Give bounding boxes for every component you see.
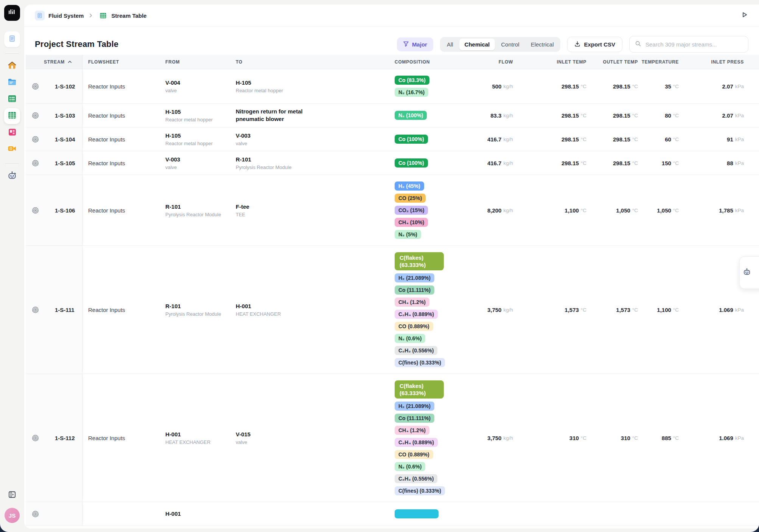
column-header-to[interactable]: TO <box>236 55 395 69</box>
to-node: V-015valve <box>236 374 395 502</box>
user-avatar[interactable]: JS <box>5 508 20 523</box>
to-node: F-teeTEE <box>236 175 395 245</box>
stream-id: 1-S-111 <box>55 307 75 313</box>
sidebar-item-recordings[interactable] <box>4 141 20 157</box>
flow-cell: 416.7kg/h <box>480 151 513 175</box>
table-row-1-s-104[interactable]: 1-S-104Reactor InputsH-105Reactor metal … <box>26 127 759 151</box>
table-row-1-s-103[interactable]: 1-S-103Reactor InputsH-105Reactor metal … <box>26 104 759 127</box>
run-button[interactable] <box>741 11 748 20</box>
flow-cell: 3,750kg/h <box>480 374 513 502</box>
locate-stream-target-icon[interactable] <box>32 83 39 90</box>
locate-stream-target-icon[interactable] <box>32 112 39 119</box>
flowsheet-cell: Reactor Inputs <box>82 246 165 374</box>
stream-table: STREAMFLOWSHEETFROMTOCOMPOSITIONFLOWINLE… <box>26 55 759 529</box>
sidebar-item-document[interactable] <box>4 31 20 47</box>
sidebar-item-assistant[interactable] <box>4 168 20 184</box>
from-node: R-101Pyrolysis Reactor Module <box>165 246 236 374</box>
from-node-name: V-004 <box>165 79 180 87</box>
locate-stream-target-icon[interactable] <box>32 306 39 313</box>
from-node-name: H-001 <box>165 431 210 438</box>
from-node-name: H-105 <box>165 132 213 140</box>
flowsheet-cell: Reactor Inputs <box>82 151 165 175</box>
inlet-temp-cell: 310°C <box>513 374 586 502</box>
tab-electrical[interactable]: Electrical <box>526 39 559 50</box>
to-node-name: H-001 <box>236 302 281 310</box>
stream-cell: 1-S-102 <box>26 69 82 103</box>
column-header-flowsheet[interactable]: FLOWSHEET <box>82 55 165 69</box>
table-header-row: STREAMFLOWSHEETFROMTOCOMPOSITIONFLOWINLE… <box>26 55 759 69</box>
search-input[interactable] <box>645 41 743 48</box>
to-node-description: Pyrolysis Reactor Module <box>236 164 291 170</box>
from-node: H-001 <box>165 502 236 526</box>
locate-stream-target-icon[interactable] <box>32 207 39 214</box>
column-header-inlet-temp[interactable]: INLET TEMP <box>513 55 586 69</box>
outlet-temp-cell: 310°C <box>586 374 638 502</box>
sidebar-item-table-list[interactable] <box>4 92 20 107</box>
inlet-press-cell: 1.069kPa <box>679 246 744 374</box>
column-header-composition[interactable]: COMPOSITION <box>395 55 480 69</box>
flowsheet-cell: Reactor Inputs <box>82 127 165 151</box>
temperature-cell: 60°C <box>638 127 679 151</box>
tab-all[interactable]: All <box>442 39 459 50</box>
locate-stream-target-icon[interactable] <box>32 434 39 442</box>
sidebar-item-files[interactable] <box>4 75 20 91</box>
locate-stream-target-icon[interactable] <box>32 160 39 167</box>
column-header-from[interactable]: FROM <box>165 55 236 69</box>
sidebar-item-home[interactable] <box>4 58 20 74</box>
table-row-partial[interactable]: H-001 <box>26 502 759 526</box>
composition-badge: CO₂ (15%) <box>395 206 428 215</box>
column-header-inlet-press[interactable]: INLET PRESS <box>679 55 744 69</box>
stream-table-crumb-icon <box>98 11 108 20</box>
sidebar-item-stream-table[interactable] <box>4 108 20 124</box>
to-node: R-101Pyrolysis Reactor Module <box>236 151 395 175</box>
column-header-outlet-temp[interactable]: OUTLET TEMP <box>586 55 638 69</box>
flowsheet-name: Reactor Inputs <box>82 136 125 143</box>
from-node-description: valve <box>165 164 180 170</box>
locate-stream-target-icon[interactable] <box>32 510 39 518</box>
outlet-temp-cell: 298.15°C <box>586 104 638 127</box>
table-row-1-s-111[interactable]: 1-S-111Reactor InputsR-101Pyrolysis Reac… <box>26 246 759 374</box>
breadcrumb-page[interactable]: Stream Table <box>111 12 146 19</box>
table-row-1-s-112[interactable]: 1-S-112Reactor InputsH-001HEAT EXCHANGER… <box>26 374 759 502</box>
column-header-outlet-press[interactable]: OUTLET PRESS <box>744 55 759 69</box>
major-filter-button[interactable]: Major <box>397 37 433 51</box>
breadcrumb: Fluid System Stream Table <box>24 5 759 27</box>
column-header-temperature[interactable]: TEMPERATURE <box>638 55 679 69</box>
composition-cell: Co (83.3%)N₂ (16.7%) <box>395 69 480 103</box>
table-row-1-s-102[interactable]: 1-S-102Reactor InputsV-004valveH-105Reac… <box>26 69 759 104</box>
table-row-1-s-106[interactable]: 1-S-106Reactor InputsR-101Pyrolysis Reac… <box>26 175 759 246</box>
locate-stream-target-icon[interactable] <box>32 136 39 143</box>
from-node: H-105Reactor metal hopper <box>165 127 236 151</box>
main-panel: Fluid System Stream Table Project Stream… <box>24 5 759 529</box>
app-logo[interactable] <box>4 5 20 21</box>
column-header-flow[interactable]: FLOW <box>480 55 513 69</box>
inlet-press-cell: 1.069kPa <box>679 374 744 502</box>
folder-icon <box>7 77 17 88</box>
to-node-description: valve <box>236 439 250 445</box>
sidebar-collapse-button[interactable] <box>6 490 18 501</box>
to-node-description: HEAT EXCHANGER <box>236 311 281 317</box>
composition-badge: H₂ (21.089%) <box>395 402 434 411</box>
outlet-temp-cell: 298.15°C <box>586 151 638 175</box>
composition-badge: H₂ (21.089%) <box>395 273 434 282</box>
column-header-stream[interactable]: STREAM <box>26 55 82 69</box>
composition-badge: C(flakes) (63.333%) <box>395 380 444 399</box>
robot-icon <box>7 171 17 182</box>
kanban-icon <box>8 127 17 138</box>
play-icon <box>741 11 748 20</box>
from-node-description: valve <box>165 88 180 93</box>
stream-id: 1-S-105 <box>55 160 75 166</box>
flowsheet-cell: Reactor Inputs <box>82 104 165 127</box>
tab-control[interactable]: Control <box>496 39 524 50</box>
assistant-flyout-button[interactable] <box>739 256 759 289</box>
tab-chemical[interactable]: Chemical <box>459 39 495 50</box>
from-node-description: Pyrolysis Reactor Module <box>165 212 221 217</box>
from-node-name: R-101 <box>165 302 221 310</box>
flow-cell: 3,750kg/h <box>480 246 513 374</box>
breadcrumb-project[interactable]: Fluid System <box>48 12 84 19</box>
composition-badge: N₂ (5%) <box>395 230 421 239</box>
table-row-1-s-105[interactable]: 1-S-105Reactor InputsV-003valveR-101Pyro… <box>26 151 759 175</box>
sidebar-item-board[interactable] <box>4 125 20 141</box>
composition-badge: C₂H₄ (0.889%) <box>395 310 438 319</box>
export-csv-button[interactable]: Export CSV <box>567 37 622 52</box>
